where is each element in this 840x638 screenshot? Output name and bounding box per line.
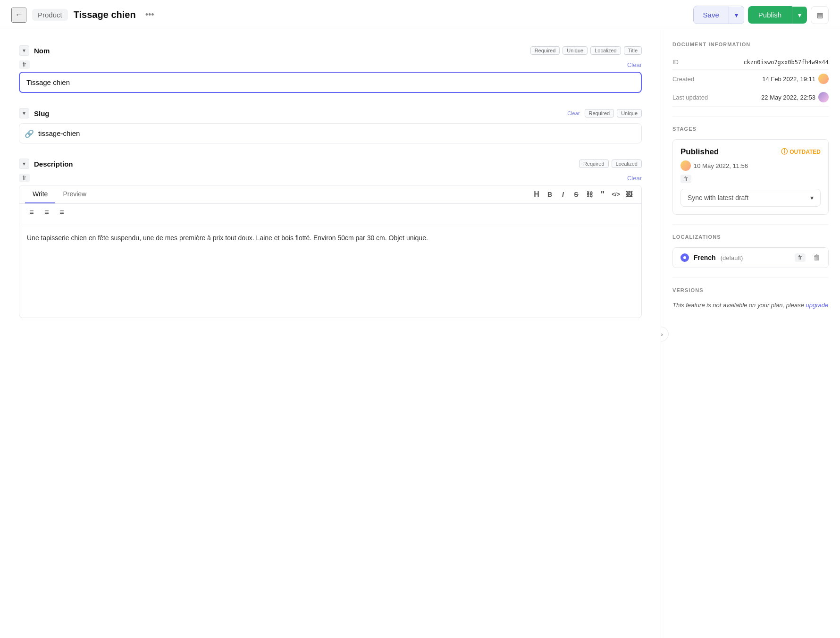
nom-unique-badge: Unique	[563, 46, 588, 55]
save-button[interactable]: Save	[694, 6, 729, 24]
description-locale-row: fr Clear	[19, 174, 642, 182]
localizations-card: French (default) fr 🗑	[672, 247, 829, 268]
doc-created-label: Created	[672, 76, 694, 83]
nom-collapse-button[interactable]: ▾	[19, 45, 29, 56]
sync-dropdown[interactable]: Sync with latest draft ▾	[680, 189, 821, 207]
publish-button-group: Publish ▾	[748, 6, 807, 24]
lang-radio-selected[interactable]	[680, 253, 689, 262]
tab-write[interactable]: Write	[25, 185, 55, 203]
stage-avatar	[680, 160, 691, 171]
nom-badges: Required Unique Localized Title	[530, 46, 642, 55]
doc-info-title: DOCUMENT INFORMATION	[672, 42, 829, 47]
slug-field-section: ▾ Slug Clear Required Unique 🔗	[19, 108, 642, 143]
lang-code: fr	[795, 253, 806, 262]
radio-dot	[683, 256, 686, 259]
doc-updated-label: Last updated	[672, 94, 708, 101]
editor-tabs: Write Preview H B I S ⛓ " </> 🖼	[19, 185, 641, 204]
versions-section: VERSIONS This feature is not available o…	[672, 287, 829, 311]
stage-name: Published	[680, 147, 719, 157]
quote-button[interactable]: "	[596, 188, 609, 201]
editor-list-toolbar: ≡ ≡ ≡	[19, 204, 641, 223]
description-label-group: ▾ Description	[19, 159, 73, 169]
strikethrough-button[interactable]: S	[570, 188, 583, 201]
stages-section: STAGES Published ⓘ OUTDATED 10 May 2022,…	[672, 126, 829, 215]
lang-default: (default)	[721, 254, 743, 261]
doc-created-value: 14 Feb 2022, 19:11	[762, 74, 829, 84]
created-avatar	[818, 74, 829, 84]
nom-localized-badge: Localized	[590, 46, 621, 55]
stages-card: Published ⓘ OUTDATED 10 May 2022, 11:56 …	[672, 139, 829, 215]
link-button[interactable]: ⛓	[583, 188, 596, 201]
description-collapse-button[interactable]: ▾	[19, 159, 29, 169]
publish-dropdown-button[interactable]: ▾	[792, 7, 807, 24]
slug-input[interactable]	[19, 123, 642, 143]
heading-button[interactable]: H	[530, 188, 543, 201]
content-area: ▾ Nom Required Unique Localized Title fr…	[0, 30, 661, 638]
page-title: Tissage chien	[74, 9, 136, 20]
sidebar: » DOCUMENT INFORMATION ID ckzn0iswo7gxx0…	[661, 30, 840, 638]
description-field-header: ▾ Description Required Localized	[19, 159, 642, 169]
slug-badges: Clear Required Unique	[565, 109, 642, 118]
doc-id-row: ID ckzn0iswo7gxx0b57fh4w9×44	[672, 55, 829, 70]
stage-header: Published ⓘ OUTDATED	[680, 147, 821, 157]
layout-toggle-button[interactable]: ▤	[811, 6, 829, 24]
outdated-icon: ⓘ	[781, 148, 788, 156]
code-button[interactable]: </>	[609, 188, 622, 201]
upgrade-link[interactable]: upgrade	[806, 302, 829, 309]
stage-date: 10 May 2022, 11:56	[680, 160, 821, 171]
header: ← Product Tissage chien ••• Save ▾ Publi…	[0, 0, 840, 30]
lang-delete-button[interactable]: 🗑	[813, 253, 821, 262]
doc-updated-row: Last updated 22 May 2022, 22:53	[672, 88, 829, 107]
back-button[interactable]: ←	[11, 8, 26, 23]
tab-preview[interactable]: Preview	[55, 185, 94, 203]
versions-text: This feature is not available on your pl…	[672, 301, 829, 311]
slug-field-label: Slug	[34, 109, 50, 118]
description-clear-button[interactable]: Clear	[627, 175, 642, 182]
header-left: ← Product Tissage chien •••	[11, 8, 158, 23]
doc-created-row: Created 14 Feb 2022, 19:11	[672, 70, 829, 88]
publish-button[interactable]: Publish	[748, 6, 792, 24]
description-required-badge: Required	[579, 160, 609, 168]
description-content[interactable]: Une tapisserie chien en fête suspendu, u…	[19, 223, 641, 318]
slug-label-group: ▾ Slug	[19, 108, 50, 118]
bold-button[interactable]: B	[543, 188, 556, 201]
slug-field-header: ▾ Slug Clear Required Unique	[19, 108, 642, 118]
save-button-group: Save ▾	[693, 6, 744, 24]
slug-input-wrapper: 🔗	[19, 123, 642, 143]
description-locale-tag: fr	[19, 174, 30, 182]
ordered-list-button[interactable]: ≡	[40, 206, 53, 219]
description-badges: Required Localized	[579, 160, 642, 168]
nom-field-section: ▾ Nom Required Unique Localized Title fr…	[19, 45, 642, 93]
versions-title: VERSIONS	[672, 287, 829, 293]
image-button[interactable]: 🖼	[622, 188, 636, 201]
lang-name: French	[694, 254, 716, 261]
description-field-label: Description	[34, 160, 73, 168]
document-information-section: DOCUMENT INFORMATION ID ckzn0iswo7gxx0b5…	[672, 42, 829, 107]
nom-input[interactable]	[19, 72, 642, 93]
outdated-badge: ⓘ OUTDATED	[781, 148, 821, 156]
unordered-list-button[interactable]: ≡	[25, 206, 38, 219]
description-field-section: ▾ Description Required Localized fr Clea…	[19, 159, 642, 318]
breadcrumb[interactable]: Product	[32, 9, 68, 21]
description-editor: Write Preview H B I S ⛓ " </> 🖼 ≡ ≡ ≡	[19, 185, 642, 318]
nom-title-badge: Title	[624, 46, 642, 55]
slug-collapse-button[interactable]: ▾	[19, 108, 29, 118]
nom-field-label: Nom	[34, 47, 50, 55]
header-right: Save ▾ Publish ▾ ▤	[693, 6, 829, 24]
slug-required-badge: Required	[585, 109, 614, 118]
sidebar-toggle-button[interactable]: »	[661, 327, 669, 342]
task-list-button[interactable]: ≡	[55, 206, 68, 219]
italic-button[interactable]: I	[556, 188, 570, 201]
localizations-title: LOCALIZATIONS	[672, 234, 829, 240]
doc-id-label: ID	[672, 59, 679, 66]
description-localized-badge: Localized	[612, 160, 642, 168]
nom-label-group: ▾ Nom	[19, 45, 50, 56]
slug-clear-button[interactable]: Clear	[565, 109, 581, 117]
more-options-button[interactable]: •••	[142, 8, 158, 22]
nom-field-header: ▾ Nom Required Unique Localized Title	[19, 45, 642, 56]
sync-dropdown-icon: ▾	[810, 194, 814, 201]
slug-unique-badge: Unique	[617, 109, 642, 118]
save-dropdown-button[interactable]: ▾	[729, 7, 744, 24]
localizations-section: LOCALIZATIONS French (default) fr 🗑	[672, 234, 829, 268]
nom-clear-button[interactable]: Clear	[627, 61, 642, 68]
